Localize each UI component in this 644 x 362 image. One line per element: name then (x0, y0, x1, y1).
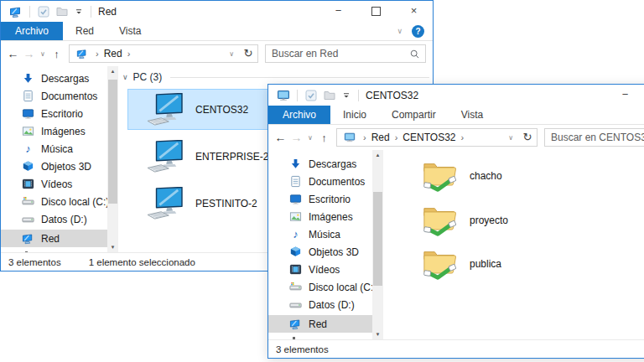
sidebar-item-red[interactable]: Red (1, 230, 107, 247)
breadcrumb-chevron-icon[interactable]: › (390, 132, 403, 142)
forward-button[interactable]: → (22, 47, 36, 60)
new-folder-qat-icon[interactable] (55, 5, 69, 18)
sidebar-item-documentos[interactable]: Documentos (1, 87, 107, 105)
sidebar-item-datos-d[interactable]: Datos (D:) (268, 296, 372, 313)
properties-qat-icon[interactable] (37, 5, 50, 18)
3d-cube-icon (289, 246, 302, 258)
scrollbar-thumb[interactable] (108, 80, 117, 204)
folder-item-publica[interactable]: publica (422, 245, 501, 283)
collapse-group-icon[interactable]: ∨ (122, 73, 128, 81)
breadcrumb-chevron-icon[interactable]: › (91, 49, 104, 59)
up-button[interactable]: ↑ (49, 48, 64, 60)
tab-archivo[interactable]: Archivo (268, 106, 330, 124)
sidebar-item-musica[interactable]: ♪Música (1, 140, 107, 158)
group-header[interactable]: ∨ PC (3) (122, 71, 429, 83)
titlebar[interactable]: Red − × (1, 1, 433, 22)
computer-icon (146, 187, 184, 220)
sidebar-item-videos[interactable]: Vídeos (268, 261, 372, 278)
breadcrumb-chevron-icon[interactable]: › (358, 132, 371, 142)
maximize-icon (371, 7, 381, 16)
sidebar-item-imagenes[interactable]: Imágenes (268, 208, 372, 225)
sidebar-item-datos-d[interactable]: Datos (D:) (1, 210, 107, 228)
navigation-bar: ← → ∨ ↑ › Red › ∨ ↻ (1, 41, 433, 66)
download-icon (289, 158, 302, 170)
sidebar-item-escritorio[interactable]: Escritorio (268, 190, 372, 208)
download-icon (22, 72, 34, 85)
breadcrumb-chevron-icon[interactable]: › (456, 132, 470, 142)
search-box[interactable] (265, 44, 426, 63)
sidebar-item-videos[interactable]: Vídeos (1, 175, 107, 193)
sidebar-item-disco-local-c[interactable]: Disco local (C:) (1, 193, 107, 210)
recent-locations-icon[interactable]: ∨ (38, 50, 48, 58)
refresh-icon[interactable]: ↻ (518, 129, 537, 146)
qat-customize-icon[interactable] (74, 7, 84, 17)
address-bar[interactable]: › Red › CENTOS32 › ∨ ↻ (336, 128, 538, 147)
ribbon-expand-icon[interactable]: ∨ (397, 27, 402, 35)
help-icon[interactable]: ? (412, 25, 424, 38)
forward-button[interactable]: → (289, 131, 304, 144)
sidebar-item-label: Datos (D:) (309, 299, 355, 311)
address-bar-controls: ∨ ↻ (224, 45, 257, 62)
sidebar-item-descargas[interactable]: Descargas (1, 70, 107, 87)
sidebar-item-documentos[interactable]: Documentos (268, 173, 372, 190)
sidebar-item-musica[interactable]: ♪Música (268, 225, 372, 243)
sidebar-scrollbar[interactable]: ▲ ▼ (372, 150, 383, 340)
tab-red[interactable]: Red (63, 22, 106, 40)
refresh-icon[interactable]: ↻ (239, 45, 257, 62)
sidebar-item-label: Música (41, 143, 73, 155)
folder-item-chacho[interactable]: chacho (422, 157, 502, 195)
address-dropdown-icon[interactable]: ∨ (503, 134, 518, 142)
tab-inicio[interactable]: Inicio (330, 106, 379, 124)
scroll-up-icon[interactable]: ▲ (376, 150, 381, 161)
minimize-button[interactable]: − (319, 1, 357, 22)
up-button[interactable]: ↑ (317, 132, 331, 144)
qat-customize-icon[interactable] (341, 90, 351, 101)
tab-vista[interactable]: Vista (449, 106, 496, 124)
sidebar-item-imagenes[interactable]: Imágenes (1, 122, 107, 140)
computer-icon (277, 89, 290, 102)
scroll-up-icon[interactable]: ▲ (111, 66, 116, 77)
sidebar-scrollbar[interactable]: ▲ ▼ (107, 66, 118, 253)
sidebar-item-descargas[interactable]: Descargas (268, 155, 372, 173)
address-bar-controls: ∨ ↻ (503, 129, 537, 146)
minimize-button[interactable]: − (606, 85, 644, 106)
tab-compartir[interactable]: Compartir (379, 106, 449, 124)
recent-locations-icon[interactable]: ∨ (305, 134, 315, 142)
sidebar-item-label: Música (309, 229, 340, 240)
close-button[interactable]: × (395, 1, 433, 22)
pictures-icon (289, 210, 302, 223)
properties-qat-icon[interactable] (304, 89, 318, 102)
address-dropdown-icon[interactable]: ∨ (224, 50, 239, 58)
sidebar-item-label: Documentos (41, 90, 97, 102)
sidebar-item-disco-local-c[interactable]: Disco local (C:) (268, 278, 372, 296)
tab-archivo[interactable]: Archivo (1, 22, 63, 40)
search-box[interactable] (544, 128, 644, 147)
address-bar[interactable]: › Red › ∨ ↻ (69, 44, 258, 63)
maximize-button[interactable] (357, 1, 395, 22)
scrollbar-thumb[interactable] (373, 192, 382, 286)
back-button[interactable]: ← (273, 131, 288, 144)
separator (358, 90, 359, 101)
breadcrumb-red[interactable]: Red (104, 48, 122, 59)
sidebar-item-objetos-3d[interactable]: Objetos 3D (268, 243, 372, 261)
breadcrumb-centos32[interactable]: CENTOS32 (402, 132, 455, 143)
files-pane[interactable]: chacho proyecto publica (383, 150, 644, 340)
sidebar-item-label: Escritorio (309, 194, 351, 205)
tab-vista[interactable]: Vista (106, 22, 153, 40)
search-icon[interactable] (409, 49, 420, 59)
separator (91, 6, 91, 18)
sidebar-item-red[interactable]: Red (268, 315, 372, 333)
breadcrumb-chevron-icon[interactable]: › (122, 49, 136, 59)
search-input[interactable] (545, 132, 644, 143)
sidebar-item-escritorio[interactable]: Escritorio (1, 105, 107, 122)
breadcrumb-red[interactable]: Red (371, 132, 390, 143)
back-button[interactable]: ← (6, 47, 20, 60)
search-input[interactable] (266, 48, 409, 59)
window-controls: − × (606, 85, 644, 106)
sidebar-item-label: Red (41, 233, 60, 245)
titlebar[interactable]: CENTOS32 − × (268, 85, 644, 106)
folder-item-proyecto[interactable]: proyecto (422, 201, 508, 240)
sidebar-item-objetos-3d[interactable]: Objetos 3D (1, 158, 107, 175)
window-title: Red (98, 6, 117, 18)
new-folder-qat-icon[interactable] (323, 89, 336, 102)
